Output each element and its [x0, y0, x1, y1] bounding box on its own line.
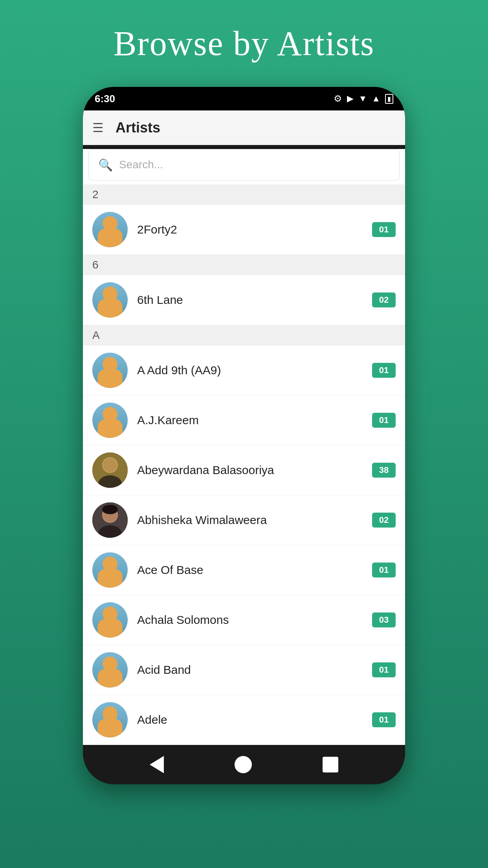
section-header-2: 2 [83, 184, 405, 205]
search-icon: 🔍 [98, 158, 113, 172]
avatar [92, 602, 128, 638]
settings-icon: ⚙ [334, 93, 342, 104]
page-title-text: Browse by Artists [114, 24, 375, 63]
track-count-badge: 02 [372, 292, 396, 307]
app-bar-title: Artists [116, 120, 160, 136]
status-bar: 6:30 ⚙ ▶ ▼ ▲ ▮ [83, 87, 405, 110]
search-bar[interactable]: 🔍 Search... [88, 149, 400, 180]
artist-name: A Add 9th (AA9) [137, 364, 372, 377]
app-bar: ☰ Artists [83, 110, 405, 145]
home-button[interactable] [235, 756, 252, 773]
artist-row[interactable]: 6th Lane 02 [83, 275, 405, 325]
artist-name: Acid Band [137, 663, 372, 677]
phone-frame: 6:30 ⚙ ▶ ▼ ▲ ▮ ☰ Artists 🔍 Search... 2 [83, 87, 405, 784]
artist-row[interactable]: Ace Of Base 01 [83, 545, 405, 595]
avatar [92, 282, 128, 318]
track-count-badge: 01 [372, 662, 396, 677]
track-count-badge: 01 [372, 563, 396, 577]
artist-row[interactable]: Acid Band 01 [83, 645, 405, 695]
avatar [92, 403, 128, 438]
artist-name: A.J.Kareem [137, 414, 372, 427]
track-count-badge: 01 [372, 222, 396, 237]
avatar [92, 702, 128, 737]
status-time: 6:30 [95, 93, 115, 105]
play-icon: ▶ [347, 94, 354, 104]
svg-point-3 [103, 458, 117, 472]
track-count-badge: 02 [372, 513, 396, 528]
avatar [92, 502, 128, 538]
svg-point-8 [102, 505, 118, 514]
artist-name: Achala Solomons [137, 613, 372, 627]
track-count-badge: 03 [372, 612, 396, 627]
artist-name: Ace Of Base [137, 563, 372, 577]
avatar [92, 353, 128, 388]
artist-name: 2Forty2 [137, 223, 372, 236]
artist-row[interactable]: Adele 01 [83, 695, 405, 745]
artist-row[interactable]: Abeywardana Balasooriya 38 [83, 445, 405, 495]
recents-button[interactable] [323, 757, 338, 772]
artist-row[interactable]: Abhisheka Wimalaweera 02 [83, 495, 405, 545]
recents-icon [323, 757, 338, 772]
artist-row[interactable]: A.J.Kareem 01 [83, 395, 405, 445]
track-count-badge: 01 [372, 363, 396, 378]
search-placeholder: Search... [119, 158, 163, 171]
back-button[interactable] [150, 756, 164, 773]
wifi-icon: ▼ [358, 94, 367, 104]
avatar [92, 652, 128, 688]
avatar [92, 212, 128, 247]
status-icons: ⚙ ▶ ▼ ▲ ▮ [334, 93, 393, 104]
artist-name: Adele [137, 713, 372, 726]
signal-icon: ▲ [372, 94, 380, 104]
artist-name: 6th Lane [137, 293, 372, 307]
hamburger-button[interactable]: ☰ [92, 120, 104, 135]
artist-name: Abhisheka Wimalaweera [137, 513, 372, 527]
content-area: 🔍 Search... 2 2Forty2 01 6 [83, 149, 405, 745]
track-count-badge: 38 [372, 463, 396, 478]
avatar [92, 452, 128, 488]
artist-name: Abeywardana Balasooriya [137, 463, 372, 477]
avatar [92, 552, 128, 588]
track-count-badge: 01 [372, 413, 396, 428]
home-icon [235, 756, 252, 773]
nav-bar [83, 745, 405, 784]
battery-icon: ▮ [385, 94, 393, 104]
section-header-a: A [83, 325, 405, 346]
back-icon [150, 756, 164, 773]
artist-row[interactable]: 2Forty2 01 [83, 205, 405, 255]
artist-row[interactable]: Achala Solomons 03 [83, 595, 405, 645]
track-count-badge: 01 [372, 712, 396, 727]
artist-row[interactable]: A Add 9th (AA9) 01 [83, 346, 405, 395]
section-header-6: 6 [83, 255, 405, 275]
